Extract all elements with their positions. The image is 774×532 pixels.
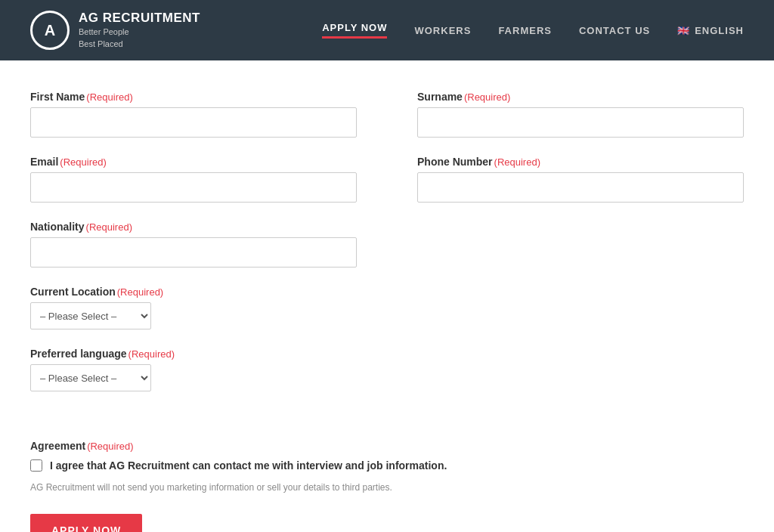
form-grid: First Name(Required) Surname(Required) E… [30,91,744,410]
logo-text: AG RECRUITMENT Better People Best Placed [79,11,200,51]
agreement-text: I agree that AG Recruitment can contact … [50,459,447,472]
surname-input[interactable] [417,107,744,138]
nav-contact-us[interactable]: CONTACT US [579,25,650,36]
location-spacer [417,286,744,348]
nationality-spacer [417,221,744,268]
tagline: Better People Best Placed [79,26,200,51]
agreement-checkbox-row: I agree that AG Recruitment can contact … [30,459,744,472]
nationality-input[interactable] [30,237,357,268]
agreement-label: Agreement(Required) [30,440,744,452]
application-form: First Name(Required) Surname(Required) E… [30,91,744,532]
first-name-label: First Name(Required) [30,91,357,103]
agreement-checkbox[interactable] [30,459,42,472]
phone-number-input[interactable] [417,172,744,203]
phone-number-group: Phone Number(Required) [417,156,744,203]
privacy-note: AG Recruitment will not send you marketi… [30,482,744,493]
email-group: Email(Required) [30,156,357,203]
surname-group: Surname(Required) [417,91,744,138]
nationality-label: Nationality(Required) [30,221,357,233]
phone-number-label: Phone Number(Required) [417,156,744,168]
preferred-language-group: Preferred language(Required) – Please Se… [30,348,357,391]
surname-label: Surname(Required) [417,91,744,103]
first-name-input[interactable] [30,107,357,138]
apply-now-button[interactable]: APPLY NOW [30,514,142,532]
main-nav: APPLY NOW WORKERS FARMERS CONTACT US 🇬🇧 … [322,22,744,39]
preferred-language-select[interactable]: – Please Select – [30,364,151,391]
agreement-section: Agreement(Required) I agree that AG Recr… [30,440,744,493]
main-content: First Name(Required) Surname(Required) E… [0,60,774,532]
flag-icon: 🇬🇧 [677,25,690,36]
email-label: Email(Required) [30,156,357,168]
current-location-label: Current Location(Required) [30,286,357,298]
nav-workers[interactable]: WORKERS [414,25,471,36]
site-header: A AG RECRUITMENT Better People Best Plac… [0,0,774,60]
current-location-group: Current Location(Required) – Please Sele… [30,286,357,329]
language-spacer [417,348,744,410]
nav-apply-now[interactable]: APPLY NOW [322,22,387,39]
logo-icon: A [30,11,70,50]
nationality-group: Nationality(Required) [30,221,357,268]
email-input[interactable] [30,172,357,203]
brand-name: AG RECRUITMENT [79,11,200,26]
logo-area: A AG RECRUITMENT Better People Best Plac… [30,11,200,51]
spacer [30,410,744,425]
preferred-language-label: Preferred language(Required) [30,348,357,360]
first-name-group: First Name(Required) [30,91,357,138]
language-selector[interactable]: 🇬🇧 ENGLISH [677,25,744,36]
nav-farmers[interactable]: FARMERS [498,25,552,36]
language-label: ENGLISH [695,25,744,36]
current-location-select[interactable]: – Please Select – [30,302,151,329]
